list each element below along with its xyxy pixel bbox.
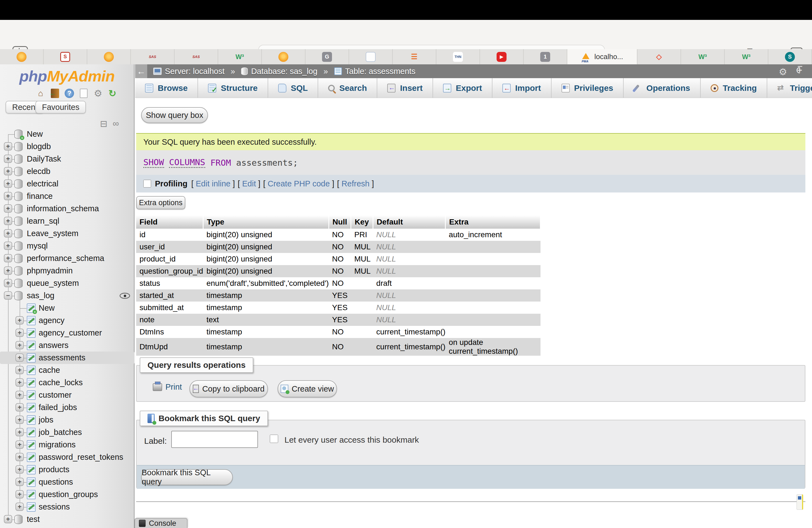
profiling-checkbox[interactable]: [143, 180, 151, 188]
docs-button[interactable]: [78, 88, 89, 99]
browser-tab[interactable]: ▶: [480, 49, 524, 64]
tab-operations[interactable]: Operations: [624, 78, 700, 98]
bookmark-label-input[interactable]: [171, 431, 258, 448]
tab-browse[interactable]: Browse: [135, 78, 198, 98]
create-php-code-link[interactable]: Create PHP code: [267, 179, 330, 188]
expand-icon[interactable]: +: [15, 465, 24, 474]
print-link[interactable]: Print: [153, 382, 182, 392]
tab-search[interactable]: Search: [318, 78, 377, 98]
sidebar-item-failed_jobs[interactable]: +failed_jobs: [0, 401, 134, 414]
copy-to-clipboard-button[interactable]: Copy to clipboard: [189, 380, 268, 397]
sql-keyword[interactable]: SHOW: [143, 157, 164, 168]
sidebar-item-leave_system[interactable]: +Leave_system: [0, 227, 134, 240]
browser-tab[interactable]: SAS: [175, 49, 218, 64]
settings-gear-icon[interactable]: ⚙: [93, 88, 103, 99]
expand-icon[interactable]: +: [4, 279, 12, 287]
tab-privileges[interactable]: Privileges: [552, 78, 624, 98]
browser-tab[interactable]: [87, 49, 131, 64]
link-panel-icon[interactable]: ∞: [113, 118, 119, 129]
browser-tab[interactable]: SAS: [131, 49, 175, 64]
browser-tab[interactable]: ◇: [637, 49, 681, 64]
refresh-link[interactable]: Refresh: [342, 179, 369, 188]
expand-icon[interactable]: +: [4, 204, 12, 212]
sidebar-item-blogdb[interactable]: +blogdb: [0, 140, 134, 153]
help-button[interactable]: ?: [64, 88, 75, 99]
sidebar-item-answers[interactable]: +answers: [0, 339, 134, 352]
sidebar-item-new[interactable]: +New: [0, 128, 134, 140]
bookmark-submit-button[interactable]: Bookmark this SQL query: [141, 469, 233, 485]
browser-tab[interactable]: W³: [681, 49, 725, 64]
sidebar-item-test[interactable]: +test: [0, 513, 134, 526]
expand-icon[interactable]: +: [15, 316, 24, 324]
sidebar-item-information_schema[interactable]: +information_schema: [0, 202, 134, 215]
tab-triggers[interactable]: Triggers: [767, 78, 812, 98]
bookmark-share-checkbox[interactable]: [270, 435, 278, 443]
expand-icon[interactable]: +: [4, 241, 12, 250]
sidebar-item-elecdb[interactable]: +elecdb: [0, 165, 134, 178]
expand-icon[interactable]: +: [4, 167, 12, 175]
sidebar-item-new[interactable]: +New: [0, 302, 134, 314]
expand-icon[interactable]: +: [15, 478, 24, 486]
sidebar-item-cache[interactable]: +cache: [0, 364, 134, 377]
browser-tab[interactable]: S: [768, 49, 812, 64]
tab-insert[interactable]: Insert: [377, 78, 433, 98]
expand-icon[interactable]: +: [15, 341, 24, 349]
logout-icon[interactable]: [50, 88, 60, 99]
browser-tab[interactable]: W³: [725, 49, 768, 64]
expand-icon[interactable]: +: [15, 328, 24, 337]
sidebar-item-agency[interactable]: +agency: [0, 314, 134, 327]
sidebar-item-migrations[interactable]: +migrations: [0, 439, 134, 451]
sidebar-item-cache_locks[interactable]: +cache_locks: [0, 377, 134, 389]
expand-icon[interactable]: +: [15, 428, 24, 436]
sidebar-item-agency_customer[interactable]: +agency_customer: [0, 327, 134, 339]
expand-icon[interactable]: +: [4, 192, 12, 200]
breadcrumb-item[interactable]: Server: localhost: [153, 67, 224, 76]
collapse-icon[interactable]: −: [4, 291, 12, 299]
sidebar-item-learn_sql[interactable]: +learn_sql: [0, 215, 134, 227]
expand-icon[interactable]: +: [4, 142, 12, 150]
sidebar-item-assessments[interactable]: +assessments: [0, 352, 134, 364]
browser-tab[interactable]: ☰: [393, 49, 436, 64]
sidebar-item-password_reset_tokens[interactable]: +password_reset_tokens: [0, 451, 134, 464]
sidebar-item-job_batches[interactable]: +job_batches: [0, 426, 134, 439]
sidebar-item-jobs[interactable]: +jobs: [0, 414, 134, 426]
expand-icon[interactable]: +: [15, 366, 24, 374]
favourites-button[interactable]: Favourites: [35, 101, 86, 114]
tab-sql[interactable]: SQL: [268, 78, 318, 98]
breadcrumb-item[interactable]: Table: assessments: [334, 67, 416, 76]
eye-icon[interactable]: [120, 293, 130, 299]
expand-icon[interactable]: +: [4, 179, 12, 188]
browser-tab-active[interactable]: localho...: [567, 49, 637, 64]
sidebar-item-sessions[interactable]: +sessions: [0, 501, 134, 513]
sidebar-item-dailytask[interactable]: +DailyTask: [0, 153, 134, 165]
expand-icon[interactable]: +: [15, 503, 24, 511]
browser-tab[interactable]: G: [305, 49, 349, 64]
sidebar-item-finance[interactable]: +finance: [0, 190, 134, 202]
sidebar-item-products[interactable]: +products: [0, 464, 134, 476]
expand-icon[interactable]: +: [15, 403, 24, 411]
sql-keyword[interactable]: COLUMNS: [169, 157, 205, 168]
expand-icon[interactable]: +: [4, 515, 12, 523]
home-icon[interactable]: ⌂: [35, 88, 46, 99]
page-settings-gear-icon[interactable]: ⚙: [779, 66, 787, 77]
sidebar-item-electrical[interactable]: +electrical: [0, 178, 134, 190]
create-view-button[interactable]: Create view: [278, 380, 337, 397]
sidebar-item-mysql[interactable]: +mysql: [0, 240, 134, 252]
tab-structure[interactable]: Structure: [198, 78, 268, 98]
sidebar-item-queue_system[interactable]: +queue_system: [0, 277, 134, 289]
tab-export[interactable]: Export: [433, 78, 492, 98]
hide-sidebar-arrow[interactable]: ←: [135, 64, 147, 78]
browser-tab[interactable]: THN: [436, 49, 480, 64]
expand-icon[interactable]: +: [15, 378, 24, 386]
sidebar-item-questions[interactable]: +questions: [0, 476, 134, 488]
expand-icon[interactable]: +: [4, 217, 12, 225]
collapse-all-icon[interactable]: ⊟: [100, 118, 107, 129]
browser-tab[interactable]: [262, 49, 305, 64]
pma-logo[interactable]: phpMyAdmin: [19, 67, 115, 85]
page-corner-icon[interactable]: [797, 494, 803, 510]
expand-icon[interactable]: +: [4, 254, 12, 262]
edit-inline-link[interactable]: Edit inline: [196, 179, 231, 188]
browser-tab[interactable]: [349, 49, 393, 64]
expand-icon[interactable]: +: [15, 353, 24, 362]
sidebar-item-sas_log[interactable]: −sas_log: [0, 289, 134, 302]
